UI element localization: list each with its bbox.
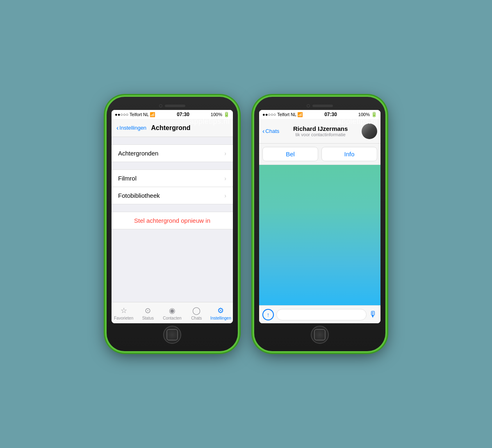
chats-back-label: Chats [265, 128, 279, 134]
speaker-2 [312, 105, 333, 107]
list-item[interactable]: Achtergronden › [112, 144, 233, 162]
gap-1 [112, 137, 233, 144]
chevron-icon: › [224, 175, 226, 182]
battery-2: 100% [358, 112, 370, 117]
message-input[interactable] [276, 309, 367, 320]
screen-2: ●●○○○ Telfort NL 📶 07:30 100% 🔋 ‹ Chats [259, 110, 380, 323]
time-2: 07:30 [324, 112, 337, 117]
upload-button[interactable]: ↑ [262, 309, 274, 320]
info-label: Info [344, 151, 354, 158]
list-item[interactable]: Filmrol › [112, 169, 233, 187]
avatar-image [362, 123, 377, 139]
battery-icon-2: 🔋 [371, 112, 377, 117]
home-button-inner-2 [314, 329, 326, 341]
tab-label: Status [142, 316, 154, 320]
status-right-1: 100% 🔋 [211, 112, 230, 117]
home-button-1[interactable] [163, 326, 181, 344]
settings-content: Achtergronden › Filmrol › Fotobibliothee… [112, 137, 233, 302]
section-2: Filmrol › Fotobibliotheek › [112, 169, 233, 204]
contact-name: Richard IJzermans [293, 125, 348, 132]
chat-input-bar: ↑ 🎙 [259, 305, 380, 323]
status-left-2: ●●○○○ Telfort NL 📶 [262, 112, 303, 117]
chat-background [259, 165, 380, 305]
back-arrow-icon-1: ‹ [116, 124, 118, 132]
speaker-1 [165, 105, 185, 107]
phone-top-1 [112, 102, 233, 110]
chevron-icon: › [224, 192, 226, 199]
phone-bottom-2 [259, 323, 380, 346]
mic-button[interactable]: 🎙 [369, 310, 377, 319]
reset-button[interactable]: Stel achtergrond opnieuw in [112, 212, 233, 229]
contact-subtitle: tik voor contactinformatie [296, 132, 346, 137]
tab-status[interactable]: ⊙ Status [136, 306, 160, 320]
item-label: Fotobibliotheek [118, 192, 160, 199]
section-1: Achtergronden › [112, 144, 233, 162]
item-label: Filmrol [118, 175, 137, 182]
wifi-icon-2: 📶 [297, 112, 303, 117]
tab-bar-1: ☆ Favorieten ⊙ Status ◉ Contacten ◯ Chat… [112, 302, 233, 323]
back-label-1: Instellingen [119, 125, 146, 131]
gear-icon: ⚙ [217, 306, 224, 315]
screen-1: ●●○○○ Telfort NL 📶 07:30 100% 🔋 ‹ Instel… [112, 110, 233, 323]
tab-instellingen[interactable]: ⚙ Instellingen [209, 306, 233, 320]
carrier-1: ●●○○○ Telfort NL [115, 112, 149, 117]
chat-icon: ◯ [192, 306, 200, 315]
tab-label: Instellingen [210, 316, 231, 320]
list-item[interactable]: Fotobibliotheek › [112, 187, 233, 204]
star-icon: ☆ [121, 306, 127, 315]
action-buttons: Bel Info [259, 144, 380, 165]
phone-1: ●●○○○ Telfort NL 📶 07:30 100% 🔋 ‹ Instel… [107, 97, 238, 351]
avatar[interactable] [362, 123, 377, 139]
tab-label: Chats [191, 316, 202, 320]
time-1: 07:30 [177, 112, 189, 117]
tab-label: Favorieten [114, 316, 133, 320]
upload-icon: ↑ [267, 311, 270, 318]
battery-1: 100% [211, 112, 222, 117]
call-button[interactable]: Bel [262, 147, 318, 161]
back-arrow-icon-2: ‹ [262, 128, 264, 135]
back-button-1[interactable]: ‹ Instellingen [116, 124, 146, 132]
nav-bar-1: ‹ Instellingen Achtergrond [112, 119, 233, 137]
reset-label: Stel achtergrond opnieuw in [134, 217, 210, 224]
camera-1 [159, 104, 162, 107]
carrier-2: ●●○○○ Telfort NL [262, 112, 296, 117]
chat-contact-info[interactable]: Richard IJzermans tik voor contactinform… [282, 125, 358, 137]
camera-2 [307, 104, 310, 107]
home-button-2[interactable] [311, 326, 329, 344]
phone-top-2 [259, 102, 380, 110]
gap-3 [112, 204, 233, 212]
gap-2 [112, 162, 233, 169]
call-label: Bel [286, 151, 295, 158]
chevron-icon: › [224, 150, 226, 157]
nav-title-1: Achtergrond [151, 124, 191, 132]
chat-nav-bar: ‹ Chats Richard IJzermans tik voor conta… [259, 119, 380, 144]
tab-favorieten[interactable]: ☆ Favorieten [112, 306, 136, 320]
info-button[interactable]: Info [321, 147, 377, 161]
status-left-1: ●●○○○ Telfort NL 📶 [115, 112, 155, 117]
item-label: Achtergronden [118, 150, 158, 157]
status-bar-2: ●●○○○ Telfort NL 📶 07:30 100% 🔋 [259, 110, 380, 119]
status-icon: ⊙ [145, 306, 151, 315]
contact-icon: ◉ [169, 306, 175, 315]
phone-bottom-1 [112, 323, 233, 346]
battery-icon-1: 🔋 [223, 112, 230, 117]
tab-contacten[interactable]: ◉ Contacten [160, 306, 184, 320]
status-right-2: 100% 🔋 [358, 112, 377, 117]
tab-chats[interactable]: ◯ Chats [184, 306, 209, 320]
status-bar-1: ●●○○○ Telfort NL 📶 07:30 100% 🔋 [112, 110, 233, 119]
tab-label: Contacten [163, 316, 182, 320]
phone-2: ●●○○○ Telfort NL 📶 07:30 100% 🔋 ‹ Chats [254, 97, 385, 351]
home-button-inner-1 [166, 329, 178, 341]
wifi-icon-1: 📶 [150, 112, 155, 117]
chat-back-button[interactable]: ‹ Chats [262, 128, 279, 135]
